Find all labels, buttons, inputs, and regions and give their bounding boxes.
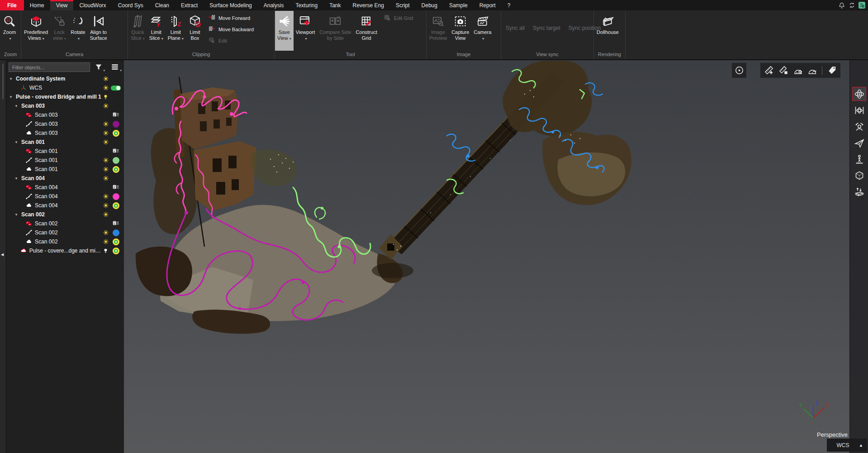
construct-grid-button[interactable]: ConstructGrid — [354, 11, 379, 51]
tree-row-scan-003-6[interactable]: Scan 003 — [6, 129, 124, 138]
tree-row-pulse-covere-dge-and-mill-1-19[interactable]: Pulse - covere...dge and mill 1 — [6, 246, 124, 255]
visibility-sun-icon[interactable] — [103, 85, 109, 91]
rotate-button[interactable]: Rotate▾ — [68, 11, 87, 51]
tab-item[interactable]: ? — [502, 0, 517, 10]
tree-row-scan-001-9[interactable]: Scan 001 — [6, 156, 124, 165]
visibility-sun-icon[interactable] — [103, 211, 109, 218]
tab-home[interactable]: Home — [24, 0, 50, 10]
gradient-color-swatch[interactable] — [113, 130, 119, 137]
level-tool-button[interactable] — [852, 185, 866, 199]
sync-all-button[interactable]: Sync all — [502, 25, 529, 31]
filter-button[interactable]: ▾ — [93, 62, 104, 72]
gradient-color-swatch[interactable] — [113, 238, 119, 245]
dollhouse-button[interactable]: Dollhouse — [594, 11, 621, 51]
image-preview-button[interactable]: ImagePreview — [427, 11, 449, 51]
projection-mode-label[interactable]: Perspective — [817, 431, 848, 438]
predefined-views-button[interactable]: PredefinedViews▾ — [22, 11, 50, 51]
scene-canvas[interactable] — [124, 60, 849, 453]
limit-plane-button[interactable]: LimitPlane▾ — [166, 11, 186, 51]
tab-file[interactable]: File — [0, 0, 24, 10]
lock-view-button[interactable]: Lockview▾ — [50, 11, 68, 51]
notifications-bell-icon[interactable] — [838, 2, 845, 9]
tree-row-wcs-1[interactable]: WCS — [6, 83, 124, 92]
pano-settings-icon[interactable] — [112, 111, 119, 119]
pick-rotation-point-button[interactable] — [734, 64, 745, 77]
color-swatch[interactable] — [113, 193, 119, 200]
account-offline-icon[interactable] — [859, 2, 865, 9]
tab-analysis[interactable]: Analysis — [258, 0, 290, 10]
coordinate-system-selector[interactable]: WCS ▲ — [827, 439, 867, 452]
edit-button[interactable]: Edit — [205, 35, 257, 46]
visibility-sun-icon[interactable] — [103, 229, 109, 236]
tree-row-scan-002-17[interactable]: Scan 002 — [6, 228, 124, 237]
bulb-icon[interactable] — [103, 94, 109, 100]
pano-settings-icon[interactable] — [112, 148, 119, 155]
visibility-sun-icon[interactable] — [103, 103, 109, 109]
tree-row-scan-003-5[interactable]: Scan 003 — [6, 119, 124, 129]
limit-box-button[interactable]: LimitBox — [186, 11, 204, 51]
chevron-expand-icon[interactable]: ▾ — [14, 212, 19, 217]
tab-view[interactable]: View — [50, 0, 74, 10]
visibility-sun-icon[interactable] — [103, 121, 109, 127]
sync-target-button[interactable]: Sync target — [529, 25, 564, 31]
visibility-sun-icon[interactable] — [103, 238, 109, 245]
camera-button[interactable]: Camera▾ — [471, 11, 493, 51]
walk-tool-button[interactable] — [852, 152, 866, 166]
tab-sample[interactable]: Sample — [443, 0, 474, 10]
visibility-sun-icon[interactable] — [103, 76, 109, 82]
chevron-expand-icon[interactable]: ▾ — [8, 95, 14, 99]
chevron-expand-icon[interactable]: ▾ — [8, 76, 14, 81]
tree-row-scan-003-4[interactable]: Scan 003 — [6, 110, 124, 119]
visibility-toggle[interactable] — [111, 86, 121, 91]
tree-row-scan-004-14[interactable]: Scan 004 — [6, 201, 124, 210]
measure-angle-button[interactable] — [792, 64, 804, 77]
tab-reverse-eng[interactable]: Reverse Eng — [347, 0, 390, 10]
turntable-tool-button[interactable] — [852, 119, 866, 134]
gradient-color-swatch[interactable] — [113, 248, 119, 254]
visibility-sun-icon[interactable] — [103, 193, 109, 200]
move-forward-button[interactable]: Move Forward — [205, 12, 257, 24]
tab-debug[interactable]: Debug — [416, 0, 443, 10]
visibility-sun-icon[interactable] — [103, 202, 109, 209]
tab-extract[interactable]: Extract — [175, 0, 204, 10]
visibility-sun-icon[interactable] — [103, 139, 109, 145]
tab-tank[interactable]: Tank — [323, 0, 346, 10]
tab-cloudworx[interactable]: CloudWorx — [73, 0, 112, 10]
viewport-3d[interactable]: Z Y X Perspective — [124, 60, 849, 453]
chevron-expand-icon[interactable]: ▾ — [14, 176, 19, 181]
tree-row-scan-002-15[interactable]: ▾Scan 002 — [6, 210, 124, 219]
visibility-sun-icon[interactable] — [103, 130, 109, 136]
tab-report[interactable]: Report — [474, 0, 502, 10]
zoom-button[interactable]: Zoom▾ — [0, 11, 19, 51]
tree-row-scan-001-8[interactable]: Scan 001 — [6, 147, 124, 156]
sync-status-icon[interactable] — [849, 2, 855, 9]
tree-row-scan-001-10[interactable]: Scan 001 — [6, 165, 124, 174]
tree-row-scan-004-12[interactable]: Scan 004 — [6, 183, 124, 192]
move-backward-button[interactable]: Move Backward — [205, 24, 257, 35]
tree-row-coordinate-system-0[interactable]: ▾Coordinate System — [6, 74, 124, 83]
gradient-color-swatch[interactable] — [113, 202, 119, 209]
measure-angle-surface-button[interactable] — [806, 64, 819, 77]
tab-coord-sys[interactable]: Coord Sys — [112, 0, 149, 10]
save-view-button[interactable]: SaveView▾ — [275, 11, 294, 51]
examine-tool-button[interactable] — [852, 168, 866, 182]
constrained-orbit-tool-button[interactable] — [852, 103, 866, 117]
add-measurement-button[interactable] — [763, 64, 775, 77]
quick-slice-button[interactable]: QuickSlice▾ — [128, 11, 147, 51]
collapse-panel-button[interactable]: ◀ — [1, 253, 4, 257]
pano-settings-icon[interactable] — [112, 220, 119, 227]
color-swatch[interactable] — [113, 229, 119, 236]
visibility-sun-icon[interactable] — [103, 157, 109, 163]
bulb-white-icon[interactable] — [103, 248, 109, 254]
tab-clean[interactable]: Clean — [149, 0, 175, 10]
orbit-tool-button[interactable] — [852, 87, 866, 101]
color-swatch[interactable] — [113, 157, 119, 164]
limit-slice-button[interactable]: LimitSlice▾ — [147, 11, 166, 51]
capture-view-button[interactable]: CaptureView — [449, 11, 471, 51]
tree-row-pulse-covered-bridge-and-mill-1-2[interactable]: ▾Pulse - covered Bridge and mill 1 — [6, 92, 124, 101]
tree-row-scan-002-16[interactable]: Scan 002 — [6, 219, 124, 228]
tag-button[interactable] — [825, 64, 838, 77]
chevron-expand-icon[interactable]: ▾ — [14, 104, 19, 108]
tree-row-scan-004-13[interactable]: Scan 004 — [6, 192, 124, 201]
color-swatch[interactable] — [113, 121, 119, 128]
